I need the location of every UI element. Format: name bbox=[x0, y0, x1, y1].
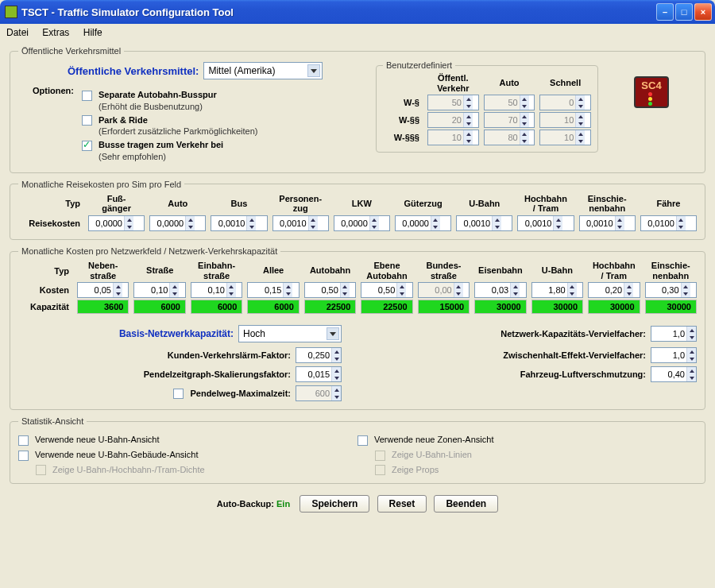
menubar: Datei Extras Hilfe bbox=[0, 24, 715, 41]
col-header: Hochbahn / Tram bbox=[588, 261, 640, 280]
network-costs-group: Monatliche Kosten pro Netzwerkfeld / Net… bbox=[10, 246, 705, 410]
basis-select[interactable]: Hoch bbox=[238, 325, 342, 342]
col-header: Autobahn bbox=[304, 265, 356, 276]
col-header: U-Bahn bbox=[531, 265, 583, 276]
capacity-cell: 6000 bbox=[191, 300, 242, 314]
value-spinner[interactable] bbox=[211, 215, 267, 231]
app-icon bbox=[5, 6, 17, 18]
value-spinner[interactable] bbox=[517, 215, 574, 231]
public-transport-select[interactable]: Mittel (Amerika) bbox=[203, 62, 323, 79]
stats-group: Statistik-Ansicht Verwende neue U-Bahn-A… bbox=[10, 416, 705, 484]
save-button[interactable]: Speichern bbox=[300, 495, 369, 513]
window-title: TSCT - Traffic Simulator Configuration T… bbox=[21, 6, 656, 18]
value-spinner[interactable] bbox=[645, 282, 697, 298]
value-spinner[interactable] bbox=[579, 215, 636, 231]
options-label: Optionen: bbox=[18, 86, 82, 95]
public-transport-group: Öffentliche Verkehrsmittel Öffentliche V… bbox=[10, 46, 705, 173]
col-header: Auto bbox=[149, 199, 206, 209]
capacity-cell: 30000 bbox=[645, 300, 697, 314]
col-header: Ebene Autobahn bbox=[361, 261, 412, 280]
col-header: Neben- straße bbox=[77, 261, 129, 280]
menu-file[interactable]: Datei bbox=[6, 27, 29, 38]
capacity-cell: 30000 bbox=[474, 300, 526, 314]
chevron-down-icon bbox=[307, 64, 320, 77]
value-spinner[interactable] bbox=[640, 215, 697, 231]
col-header: Güterzug bbox=[395, 199, 451, 209]
col-header: Einschie- nenbahn bbox=[579, 194, 636, 214]
col-header: LKW bbox=[334, 199, 390, 209]
menu-extras[interactable]: Extras bbox=[42, 27, 69, 38]
stop-spinner[interactable] bbox=[651, 347, 697, 363]
value-spinner[interactable] bbox=[395, 215, 451, 231]
value-spinner[interactable] bbox=[418, 282, 470, 298]
stats-subway-bldg-checkbox[interactable] bbox=[18, 451, 29, 461]
value-spinner[interactable] bbox=[456, 215, 512, 231]
col-header: Bus bbox=[211, 199, 267, 209]
col-header: Eisenbahn bbox=[474, 265, 526, 276]
scale-spinner[interactable] bbox=[296, 366, 342, 382]
menu-help[interactable]: Hilfe bbox=[83, 27, 102, 38]
stats-density-checkbox bbox=[36, 465, 46, 475]
stats-zones-checkbox[interactable] bbox=[358, 435, 368, 446]
col-header: U-Bahn bbox=[456, 199, 512, 209]
basis-label: Basis-Netzwerkkapazität: bbox=[119, 328, 234, 339]
auto-backup-status: Ein bbox=[276, 499, 290, 509]
opt-busspur-checkbox[interactable] bbox=[82, 91, 92, 101]
w1-transit-spinner[interactable] bbox=[427, 95, 479, 110]
value-spinner[interactable] bbox=[361, 282, 412, 298]
value-spinner[interactable] bbox=[88, 215, 145, 231]
custom-group: Benutzerdefiniert Öffentl. Verkehr Auto … bbox=[376, 60, 598, 153]
capacity-cell: 30000 bbox=[588, 300, 640, 314]
col-header: Einschie- nenbahn bbox=[645, 261, 697, 280]
value-spinner[interactable] bbox=[133, 282, 185, 298]
sc4-logo-icon: SC4 bbox=[634, 76, 669, 108]
col-header: Bundes- straße bbox=[418, 261, 470, 280]
capacity-cell: 22500 bbox=[304, 300, 356, 314]
maxtime-spinner[interactable] bbox=[296, 385, 342, 401]
col-header: Straße bbox=[133, 265, 185, 276]
pollute-spinner[interactable] bbox=[651, 366, 697, 382]
travel-costs-group: Monatliche Reisekosten pro Sim pro Feld … bbox=[10, 180, 705, 240]
value-spinner[interactable] bbox=[304, 282, 356, 298]
value-spinner[interactable] bbox=[77, 282, 129, 298]
col-header: Hochbahn / Tram bbox=[517, 194, 574, 214]
value-spinner[interactable] bbox=[474, 282, 526, 298]
capacity-cell: 6000 bbox=[133, 300, 185, 314]
stats-lines-checkbox bbox=[375, 451, 385, 461]
value-spinner[interactable] bbox=[272, 215, 329, 231]
value-spinner[interactable] bbox=[334, 215, 390, 231]
stats-props-checkbox bbox=[375, 465, 385, 475]
value-spinner[interactable] bbox=[247, 282, 299, 298]
value-spinner[interactable] bbox=[149, 215, 206, 231]
chevron-down-icon bbox=[327, 327, 339, 340]
capacity-cell: 30000 bbox=[531, 300, 583, 314]
public-transport-legend: Öffentliche Verkehrsmittel bbox=[18, 46, 124, 56]
value-spinner[interactable] bbox=[588, 282, 640, 298]
capacity-cell: 3600 bbox=[77, 300, 129, 314]
value-spinner[interactable] bbox=[191, 282, 242, 298]
noise-spinner[interactable] bbox=[296, 347, 342, 363]
reset-button[interactable]: Reset bbox=[377, 495, 427, 513]
capacity-cell: 22500 bbox=[361, 300, 412, 314]
value-spinner[interactable] bbox=[531, 282, 583, 298]
minimize-button[interactable]: – bbox=[656, 3, 674, 21]
capacity-cell: 6000 bbox=[247, 300, 299, 314]
col-header: Allee bbox=[247, 265, 299, 276]
public-transport-label: Öffentliche Verkehrsmittel: bbox=[68, 65, 199, 77]
opt-busverkehr-checkbox[interactable] bbox=[82, 141, 92, 151]
stats-subway-checkbox[interactable] bbox=[18, 435, 29, 446]
col-header: Einbahn- straße bbox=[191, 261, 242, 280]
col-header: Fähre bbox=[640, 199, 697, 209]
mult-spinner[interactable] bbox=[651, 326, 697, 342]
capacity-cell: 15000 bbox=[418, 300, 470, 314]
close-button[interactable]: × bbox=[694, 3, 712, 21]
col-header: Fuß- gänger bbox=[88, 194, 145, 214]
maxtime-checkbox[interactable] bbox=[173, 389, 184, 399]
quit-button[interactable]: Beenden bbox=[434, 495, 498, 513]
w1-auto-spinner[interactable] bbox=[484, 95, 535, 110]
maximize-button[interactable]: □ bbox=[675, 3, 693, 21]
opt-parkride-checkbox[interactable] bbox=[82, 115, 92, 126]
col-header: Personen- zug bbox=[272, 194, 329, 214]
w1-fast-spinner[interactable] bbox=[539, 95, 591, 110]
